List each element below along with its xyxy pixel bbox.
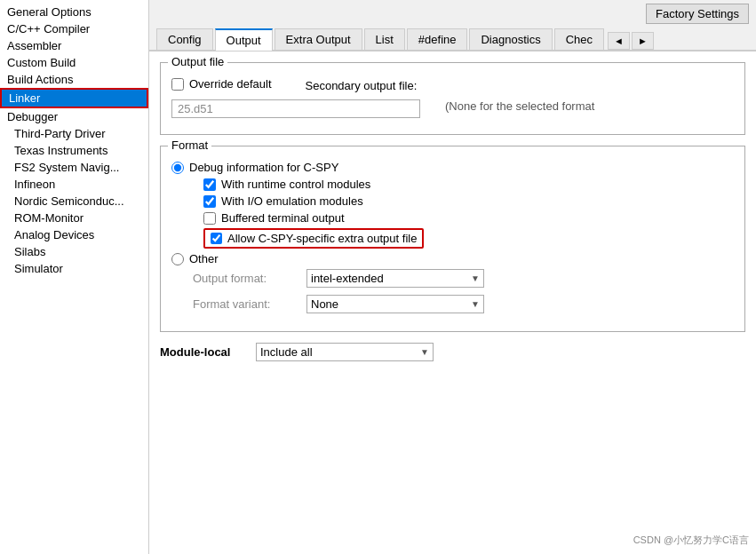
format-title: Format [168, 138, 211, 152]
secondary-output-label: Secondary output file: [306, 79, 418, 92]
other-radio-label: Other [189, 252, 219, 265]
sidebar-item-15[interactable]: Simulator [0, 260, 148, 277]
output-filename-input[interactable] [171, 99, 420, 118]
watermark: CSDN @小忆努力学C语言 [633, 534, 749, 547]
override-default-label: Override default [189, 77, 272, 91]
other-radio-row: Other [171, 252, 734, 265]
output-file-title: Output file [168, 55, 227, 68]
tab-next-button[interactable]: ► [632, 32, 654, 50]
module-local-value: Include all [260, 345, 313, 359]
top-bar: Factory Settings [149, 0, 756, 28]
sidebar-item-6[interactable]: Debugger [0, 108, 148, 125]
format-variant-row: Format variant: None ▼ [171, 295, 734, 313]
format-variant-dropdown[interactable]: None ▼ [306, 295, 484, 313]
sidebar-item-14[interactable]: Silabs [0, 243, 148, 260]
tab-extra-output[interactable]: Extra Output [275, 28, 362, 50]
other-radio[interactable] [171, 253, 184, 265]
io-checkbox[interactable] [203, 195, 216, 208]
allow-cspy-label: Allow C-SPY-specific extra output file [227, 232, 417, 245]
output-format-value: intel-extended [311, 272, 384, 285]
sidebar-item-1[interactable]: C/C++ Compiler [0, 20, 148, 37]
debug-radio-label: Debug information for C-SPY [189, 161, 338, 174]
tab-diagnostics[interactable]: Diagnostics [469, 28, 552, 50]
module-local-dropdown[interactable]: Include all ▼ [256, 343, 434, 361]
buffered-row: Buffered terminal output [171, 211, 734, 225]
module-local-row: Module-local Include all ▼ [160, 343, 745, 361]
module-local-label: Module-local [160, 345, 249, 359]
content-area: Output file Override default Secondary o… [149, 51, 756, 554]
runtime-label: With runtime control modules [221, 178, 370, 191]
tab-chec[interactable]: Chec [554, 28, 604, 50]
allow-cspy-row: Allow C-SPY-specific extra output file [203, 228, 424, 249]
sidebar-item-11[interactable]: Nordic Semiconduc... [0, 193, 148, 210]
output-file-section: Output file Override default Secondary o… [160, 62, 745, 135]
tab-prev-button[interactable]: ◄ [608, 32, 630, 50]
sidebar-item-9[interactable]: FS2 System Navig... [0, 159, 148, 176]
sidebar-item-10[interactable]: Infineon [0, 176, 148, 193]
runtime-row: With runtime control modules [171, 178, 734, 191]
format-variant-label: Format variant: [193, 297, 299, 311]
sidebar: General OptionsC/C++ CompilerAssemblerCu… [0, 0, 149, 554]
debug-radio[interactable] [171, 162, 184, 174]
format-variant-value: None [311, 297, 338, 311]
right-panel: Factory Settings ConfigOutputExtra Outpu… [149, 0, 756, 554]
runtime-checkbox[interactable] [203, 178, 216, 191]
sidebar-item-4[interactable]: Build Actions [0, 71, 148, 88]
buffered-label: Buffered terminal output [221, 211, 345, 225]
module-local-arrow: ▼ [420, 347, 429, 357]
tab-output[interactable]: Output [215, 28, 273, 51]
output-format-label: Output format: [193, 272, 299, 285]
buffered-checkbox[interactable] [203, 212, 216, 225]
sidebar-item-5[interactable]: Linker [0, 88, 148, 108]
sidebar-item-3[interactable]: Custom Build [0, 54, 148, 71]
tab-config[interactable]: Config [156, 28, 213, 50]
debug-radio-row: Debug information for C-SPY [171, 161, 734, 174]
output-format-dropdown[interactable]: intel-extended ▼ [306, 269, 484, 288]
factory-settings-button[interactable]: Factory Settings [646, 4, 749, 24]
sidebar-item-12[interactable]: ROM-Monitor [0, 210, 148, 226]
format-variant-arrow: ▼ [471, 299, 480, 309]
override-default-checkbox[interactable] [171, 78, 184, 91]
secondary-output-value: (None for the selected format [445, 99, 594, 113]
sidebar-item-13[interactable]: Analog Devices [0, 226, 148, 243]
tab-bar: ConfigOutputExtra OutputList#defineDiagn… [149, 28, 756, 51]
output-format-row: Output format: intel-extended ▼ [171, 269, 734, 288]
output-format-arrow: ▼ [471, 273, 480, 283]
sidebar-item-7[interactable]: Third-Party Driver [0, 125, 148, 142]
sidebar-item-0[interactable]: General Options [0, 4, 148, 20]
sidebar-item-2[interactable]: Assembler [0, 37, 148, 54]
io-row: With I/O emulation modules [171, 194, 734, 208]
override-default-row: Override default [171, 77, 272, 91]
allow-cspy-checkbox[interactable] [211, 233, 222, 244]
format-section: Format Debug information for C-SPY With … [160, 146, 745, 332]
tab-#define[interactable]: #define [407, 28, 468, 50]
tab-list[interactable]: List [364, 28, 405, 50]
sidebar-item-8[interactable]: Texas Instruments [0, 142, 148, 159]
io-label: With I/O emulation modules [221, 194, 363, 208]
